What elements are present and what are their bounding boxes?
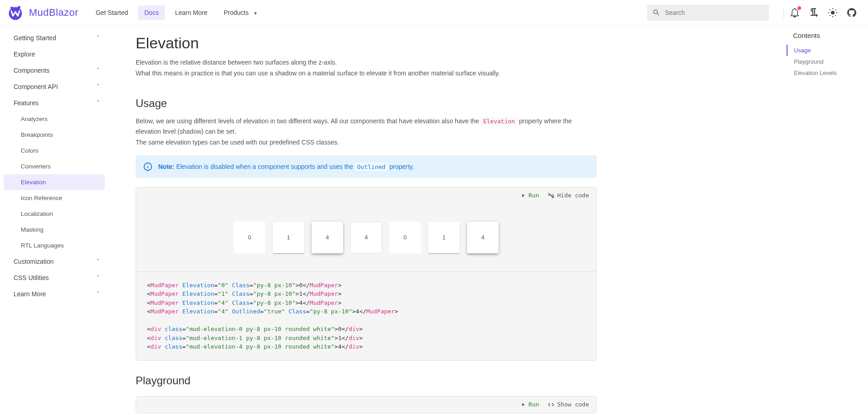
info-note: Note: Elevation is disabled when a compo… (136, 155, 597, 178)
usage-example: Run Hide code 0144014 <MudPaper Elevatio… (136, 187, 597, 361)
play-icon (520, 402, 526, 407)
elevation-paper: 4 (467, 222, 499, 253)
example-toolbar: Run Hide code (136, 187, 596, 204)
code-off-icon (547, 192, 555, 199)
chevron-icon: ˄ (97, 100, 99, 106)
sidebar-getting-started[interactable]: Getting Started˅ (0, 30, 108, 46)
page-title: Elevation (136, 34, 597, 52)
play-icon (520, 193, 526, 198)
chevron-icon: ˅ (97, 67, 99, 74)
elevation-paper: 0 (234, 222, 265, 253)
brand-text: MudBlazor (29, 7, 79, 19)
chevron-down-icon: ▼ (253, 11, 258, 16)
toc-usage[interactable]: Usage (787, 45, 859, 56)
divider (783, 7, 784, 18)
table-of-contents: Contents UsagePlaygroundElevation Levels (787, 32, 859, 79)
sidebar-customization[interactable]: Customization˅ (0, 253, 108, 270)
playground-toolbar: Run Show code (136, 396, 596, 413)
notification-dot (797, 6, 801, 10)
sidebar-component-api[interactable]: Component API˅ (0, 79, 108, 95)
nav-learn-more[interactable]: Learn More (169, 5, 214, 20)
svg-point-0 (9, 7, 22, 20)
info-icon (143, 162, 153, 172)
chevron-icon: ˅ (97, 258, 99, 265)
show-code-button[interactable]: Show code (547, 401, 589, 408)
theme-button[interactable] (827, 7, 838, 18)
elevation-code: Elevation (481, 117, 517, 126)
playground-example: Run Show code (136, 396, 597, 413)
playground-heading: Playground (136, 374, 597, 387)
text-direction-icon (808, 7, 819, 18)
elevation-paper: 0 (389, 222, 421, 253)
intro-line-1: Elevation is the relative distance betwe… (136, 57, 597, 68)
chevron-icon: ˅ (97, 84, 99, 90)
svg-line-6 (830, 9, 830, 9)
svg-line-10 (830, 15, 830, 15)
sidebar-sub-colors[interactable]: Colors (0, 143, 108, 159)
topbar: MudBlazor Get StartedDocsLearn MoreProdu… (0, 0, 868, 25)
notifications-button[interactable] (789, 7, 800, 18)
sidebar-sub-masking[interactable]: Masking (0, 222, 108, 238)
toc-playground[interactable]: Playground (787, 56, 859, 67)
usage-p2: The same elevation types can be used wit… (136, 137, 597, 148)
run-button[interactable]: Run (520, 401, 539, 408)
sidebar-components[interactable]: Components˅ (0, 62, 108, 79)
svg-line-11 (835, 9, 836, 9)
usage-p1: Below, we are using different levels of … (136, 116, 597, 148)
sidebar-sub-elevation[interactable]: Elevation (4, 174, 105, 190)
sidebar-nav: Getting Started˅ExploreComponents˅Compon… (0, 25, 108, 415)
code-block: <MudPaper Elevation="0" Class="py-8 px-1… (136, 271, 596, 360)
sidebar-sub-analyzers[interactable]: Analyzers (0, 111, 108, 127)
chevron-icon: ˅ (97, 291, 99, 297)
sidebar-css-utilities[interactable]: CSS Utilities˅ (0, 270, 108, 286)
sidebar-sub-converters[interactable]: Converters (0, 159, 108, 174)
svg-point-3 (831, 11, 835, 14)
svg-point-2 (18, 6, 20, 9)
nav-get-started[interactable]: Get Started (90, 5, 135, 20)
outlined-code: Outlined (355, 163, 388, 171)
chevron-icon: ˅ (97, 35, 99, 41)
elevation-paper: 4 (311, 222, 343, 253)
sidebar-sub-icon-reference[interactable]: Icon Reference (0, 190, 108, 206)
elevation-paper: 1 (428, 222, 460, 253)
sidebar-sub-breakpoints[interactable]: Breakpoints (0, 127, 108, 143)
sidebar-sub-rtl-languages[interactable]: RTL Languages (0, 238, 108, 253)
svg-point-1 (10, 6, 13, 9)
sun-icon (827, 7, 838, 18)
github-button[interactable] (846, 7, 857, 18)
elevation-paper: 1 (273, 222, 304, 253)
toc-elevation-levels[interactable]: Elevation Levels (787, 67, 859, 79)
intro-line-2: What this means in practice is that you … (136, 68, 597, 79)
sidebar-learn-more[interactable]: Learn More˅ (0, 286, 108, 302)
sidebar-features[interactable]: Features˄ (0, 95, 108, 111)
main-content: Elevation Elevation is the relative dist… (108, 25, 868, 415)
sidebar-sub-localization[interactable]: Localization (0, 206, 108, 222)
github-icon (846, 7, 857, 18)
example-demo: 0144014 (136, 204, 596, 271)
run-button[interactable]: Run (520, 192, 539, 199)
search-icon (652, 8, 660, 17)
rtl-button[interactable] (808, 7, 819, 18)
nav-docs[interactable]: Docs (138, 5, 165, 20)
search-input[interactable] (665, 9, 764, 16)
hide-code-button[interactable]: Hide code (547, 192, 589, 199)
search-box[interactable] (647, 5, 769, 21)
brand-logo[interactable]: MudBlazor (7, 5, 79, 21)
svg-line-7 (835, 15, 836, 15)
page-intro: Elevation is the relative distance betwe… (136, 57, 597, 79)
toc-title: Contents (787, 32, 859, 39)
mudblazor-logo-icon (7, 5, 24, 21)
sidebar-explore[interactable]: Explore (0, 46, 108, 62)
usage-heading: Usage (136, 97, 597, 110)
nav-links: Get StartedDocsLearn MoreProducts ▼ (90, 5, 264, 20)
nav-products[interactable]: Products ▼ (217, 5, 264, 20)
topbar-icons (789, 7, 861, 18)
chevron-icon: ˅ (97, 275, 99, 281)
elevation-paper: 4 (350, 222, 382, 253)
code-icon (547, 401, 555, 408)
